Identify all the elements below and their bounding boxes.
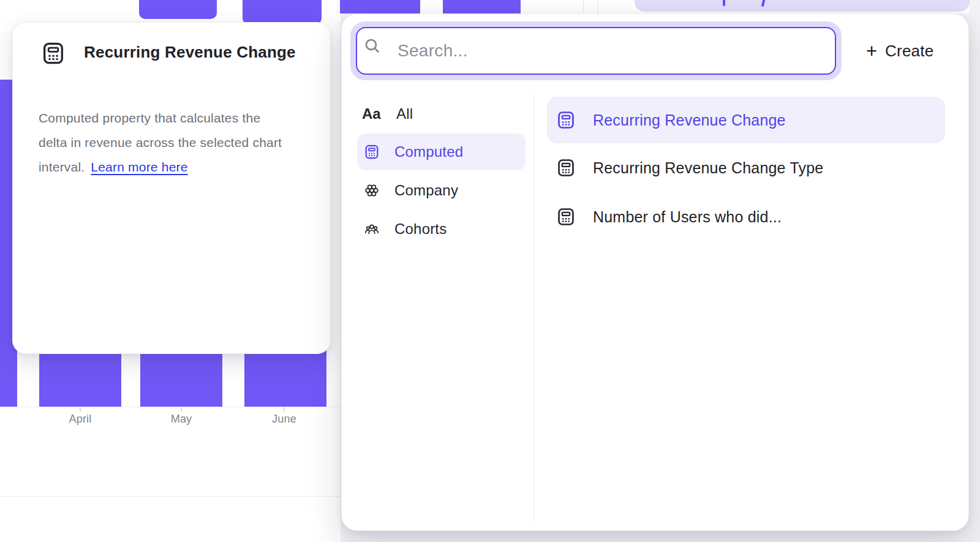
result-label: Recurring Revenue Change xyxy=(593,111,786,129)
x-axis-line xyxy=(0,407,341,407)
calculator-icon xyxy=(556,207,576,227)
search-focus-ring xyxy=(350,21,842,80)
result-label: Number of Users who did... xyxy=(593,208,782,226)
axis-tick xyxy=(80,407,81,412)
clipped-glyph xyxy=(723,0,725,6)
result-item-recurring-revenue-change-type[interactable]: Recurring Revenue Change Type xyxy=(547,143,945,192)
tooltip-title: Recurring Revenue Change xyxy=(84,43,296,62)
property-picker-modal: + Create Aa All Computed Company Cohorts… xyxy=(341,13,969,531)
category-item-all[interactable]: Aa All xyxy=(357,96,526,132)
chart-bar xyxy=(243,0,322,24)
create-button-label: Create xyxy=(885,42,933,61)
card-divider-line xyxy=(0,496,341,497)
axis-tick xyxy=(284,407,285,412)
result-label: Recurring Revenue Change Type xyxy=(593,159,823,177)
modal-divider xyxy=(533,92,534,522)
background-card-edge xyxy=(598,0,598,13)
chart-bar xyxy=(340,0,420,13)
x-tick-label-may: May xyxy=(145,413,218,426)
calculator-icon xyxy=(364,144,380,160)
tooltip-description: Computed property that calculates the de… xyxy=(39,106,282,179)
card-gap-line xyxy=(337,0,338,13)
category-item-company[interactable]: Company xyxy=(357,172,526,209)
description-line: Computed property that calculates the xyxy=(39,106,282,130)
property-tooltip-card: Recurring Revenue Change Computed proper… xyxy=(12,22,331,354)
calculator-icon xyxy=(41,41,66,66)
category-item-cohorts[interactable]: Cohorts xyxy=(357,211,526,247)
result-item-number-of-users-who-did[interactable]: Number of Users who did... xyxy=(547,192,945,241)
category-label: All xyxy=(396,105,413,122)
category-item-computed[interactable]: Computed xyxy=(357,134,526,170)
calculator-icon xyxy=(556,158,576,178)
clipped-property-button[interactable] xyxy=(635,0,970,12)
category-label: Company xyxy=(394,182,458,199)
x-tick-label-june: June xyxy=(247,413,321,426)
cohorts-icon xyxy=(364,221,380,237)
category-label: Cohorts xyxy=(394,220,447,238)
description-line: interval.Learn more here xyxy=(39,155,282,179)
chart-bar xyxy=(443,0,521,13)
plus-icon: + xyxy=(866,42,877,61)
calculator-icon xyxy=(556,110,576,130)
text-aa-icon: Aa xyxy=(362,105,382,122)
search-input[interactable] xyxy=(356,27,836,75)
result-item-recurring-revenue-change[interactable]: Recurring Revenue Change xyxy=(547,97,945,143)
company-icon xyxy=(364,183,380,198)
learn-more-link[interactable]: Learn more here xyxy=(91,160,187,174)
clipped-glyph xyxy=(761,0,765,7)
axis-tick xyxy=(181,407,182,412)
create-button[interactable]: + Create xyxy=(855,34,944,68)
x-tick-label-april: April xyxy=(43,413,117,426)
chart-bar xyxy=(139,0,217,19)
category-label: Computed xyxy=(394,143,463,160)
description-line: delta in revenue across the selected cha… xyxy=(39,130,282,155)
background-card-edge xyxy=(583,0,584,13)
